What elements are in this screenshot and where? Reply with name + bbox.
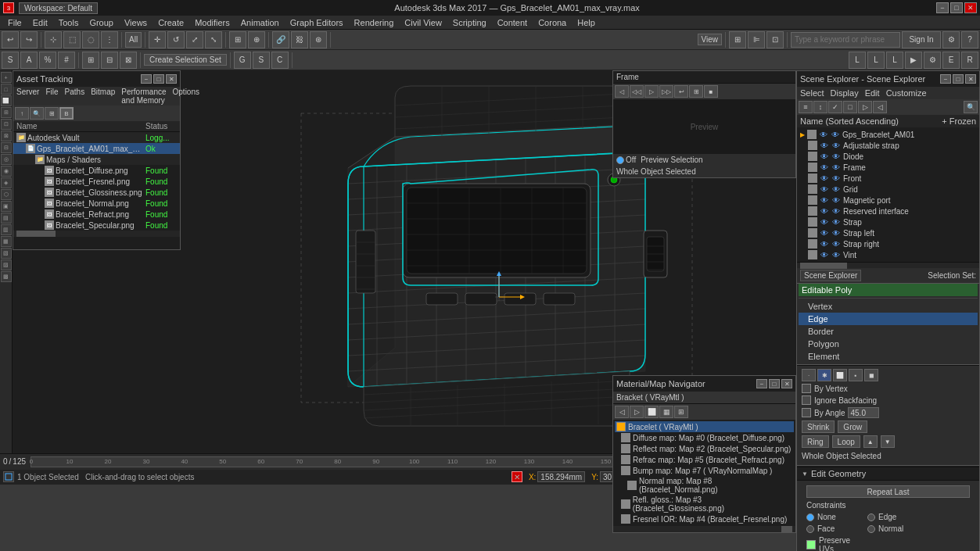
menu-modifiers[interactable]: Modifiers <box>190 17 235 28</box>
modifier-edge[interactable]: Edge <box>799 313 978 325</box>
se-expand-btn[interactable]: □ <box>843 101 857 113</box>
mat-nav-btn4[interactable]: ▦ <box>659 406 673 418</box>
close-btn[interactable]: ✕ <box>964 2 977 13</box>
select-region-btn[interactable]: ⬚ <box>63 31 81 48</box>
menu-views[interactable]: Views <box>120 17 152 28</box>
eye-icon6[interactable]: 👁 <box>832 152 840 161</box>
pp-btn4[interactable]: ▷▷ <box>659 85 673 98</box>
pp-btn7[interactable]: ■ <box>704 85 718 98</box>
sel-edge-btn[interactable]: ✱ <box>817 369 831 381</box>
sel-border-btn[interactable]: ⬜ <box>833 369 847 381</box>
bind-space-warp-btn[interactable]: ⊛ <box>310 31 327 48</box>
se-item-strap-main[interactable]: 👁 👁 Strap <box>799 216 978 227</box>
percent-snap[interactable]: % <box>39 52 56 69</box>
se-explorer-label[interactable]: Scene Explorer <box>800 270 861 281</box>
mp2-close[interactable]: ✕ <box>781 379 792 388</box>
help-btn[interactable]: ? <box>961 31 978 48</box>
layer-btn1[interactable]: L <box>849 52 866 69</box>
mat-fresnel[interactable]: Fresnel IOR: Map #4 (Bracelet_Fresnel.pn… <box>615 513 794 524</box>
mat-diffuse[interactable]: Diffuse map: Map #0 (Bracelet_Diffuse.pn… <box>615 432 794 443</box>
menu-tools[interactable]: Tools <box>54 17 84 28</box>
mat-nav-btn3[interactable]: ⬜ <box>644 406 659 418</box>
eye-icon20[interactable]: 👁 <box>832 229 840 238</box>
sel-element-btn[interactable]: ◼ <box>864 369 878 381</box>
render-effects-btn[interactable]: R <box>961 52 978 69</box>
pp-btn3[interactable]: ▷ <box>644 85 659 98</box>
left-btn-1[interactable]: + <box>1 72 12 83</box>
at-btn4[interactable]: B <box>59 107 74 120</box>
preview-off-radio[interactable] <box>616 156 624 164</box>
eye-icon11[interactable]: 👁 <box>820 185 828 194</box>
se-item-magnetic[interactable]: 👁 👁 Magnetic port <box>799 195 978 206</box>
mat-refrac[interactable]: Refrac map: Map #5 (Bracelet_Refract.png… <box>615 454 794 465</box>
lasso-select-btn[interactable]: ◌ <box>82 31 99 48</box>
render-btn[interactable]: ▶ <box>905 52 922 69</box>
left-btn-10[interactable]: ◈ <box>1 177 12 188</box>
modifier-border[interactable]: Border <box>799 325 978 338</box>
left-btn-12[interactable]: ▣ <box>1 201 12 212</box>
left-btn-4[interactable]: ⊞ <box>1 107 12 118</box>
edit-geo-header[interactable]: Edit Geometry <box>797 467 979 481</box>
se-item-frame[interactable]: 👁 👁 Frame <box>799 162 978 173</box>
ring-btn[interactable]: Ring <box>802 435 829 448</box>
ignore-backfacing-checkbox[interactable] <box>802 395 811 405</box>
named-selection-btn[interactable]: ⊞ <box>82 52 99 69</box>
modifier-element[interactable]: Element <box>799 350 978 363</box>
curve-editor-btn[interactable]: G <box>234 52 251 69</box>
by-vertex-checkbox[interactable] <box>802 384 811 393</box>
se-item-grid[interactable]: 👁 👁 Grid <box>799 184 978 195</box>
cancel-btn[interactable]: ✕ <box>512 471 522 482</box>
se-play-btn[interactable]: ▷ <box>858 101 872 113</box>
menu-civil-view[interactable]: Civil View <box>400 17 446 28</box>
at-row-normal[interactable]: 🖼 Bracelet_Normal.png Found <box>13 198 180 209</box>
pp-btn1[interactable]: ◁ <box>615 85 629 98</box>
pp-btn5[interactable]: ↩ <box>674 85 688 98</box>
eye-icon17[interactable]: 👁 <box>820 218 828 227</box>
snap-btn[interactable]: ⊡ <box>766 31 784 48</box>
left-btn-14[interactable]: ▥ <box>1 224 12 235</box>
eye-icon13[interactable]: 👁 <box>820 196 828 205</box>
left-btn-15[interactable]: ▦ <box>1 236 12 247</box>
left-btn-11[interactable]: ⬡ <box>1 189 12 200</box>
modifier-polygon[interactable]: Polygon <box>799 338 978 350</box>
at-row-fresnel[interactable]: 🖼 Bracelet_Fresnel.png Found <box>13 176 180 187</box>
mat-reflect[interactable]: Reflect map: Map #2 (Bracelet_Specular.p… <box>615 443 794 454</box>
mirror-btn[interactable]: ⊞ <box>729 31 746 48</box>
repeat-last-btn[interactable]: Repeat Last <box>806 485 970 498</box>
color-clipboard-btn[interactable]: C <box>271 52 289 69</box>
se-item-strap-right[interactable]: 👁 👁 Strap right <box>799 238 978 249</box>
ref-coord-btn[interactable]: ⊞ <box>229 31 246 48</box>
rotate-btn[interactable]: ↺ <box>167 31 185 48</box>
at-menu-performance[interactable]: Performance and Memory <box>121 88 166 105</box>
angle-field[interactable] <box>848 407 879 418</box>
align-btn[interactable]: ⊫ <box>748 31 765 48</box>
at-close[interactable]: ✕ <box>166 74 177 84</box>
by-angle-checkbox[interactable] <box>802 408 811 417</box>
se-sort-btn[interactable]: ↕ <box>813 101 827 113</box>
menu-edit[interactable]: Edit <box>28 17 52 28</box>
left-btn-16[interactable]: ▧ <box>1 248 12 259</box>
filter-dropdown[interactable]: All <box>125 32 142 48</box>
at-row-maps[interactable]: 📁 Maps / Shaders <box>13 154 180 165</box>
eye-icon3[interactable]: 👁 <box>820 141 828 150</box>
eye-icon10[interactable]: 👁 <box>832 174 840 183</box>
se-item-root[interactable]: ▶ 👁 👁 Gps_Bracelet_AM01 <box>799 129 978 140</box>
se-menu-select[interactable]: Select <box>800 88 824 98</box>
sel-vertex-btn[interactable]: · <box>802 369 816 381</box>
left-btn-13[interactable]: ▤ <box>1 213 12 224</box>
eye-icon23[interactable]: 👁 <box>820 251 828 259</box>
schematic-btn[interactable]: S <box>253 52 270 69</box>
settings-btn[interactable]: ⚙ <box>942 31 960 48</box>
workspace-dropdown[interactable]: Workspace: Default <box>19 2 98 14</box>
align2-btn[interactable]: ⊠ <box>120 52 137 69</box>
eye-icon8[interactable]: 👁 <box>832 163 840 172</box>
at-row-glossiness[interactable]: 🖼 Bracelet_Glossiness.png Found <box>13 187 180 198</box>
left-btn-6[interactable]: ⊠ <box>1 131 12 141</box>
eye-icon19[interactable]: 👁 <box>820 229 828 238</box>
at-row-refract[interactable]: 🖼 Bracelet_Refract.png Found <box>13 209 180 220</box>
modifier-vertex[interactable]: Vertex <box>799 300 978 313</box>
eye-icon14[interactable]: 👁 <box>832 196 840 205</box>
menu-file[interactable]: File <box>3 17 27 28</box>
maximize-btn[interactable]: □ <box>950 2 963 13</box>
at-scrollbar[interactable] <box>13 231 180 237</box>
